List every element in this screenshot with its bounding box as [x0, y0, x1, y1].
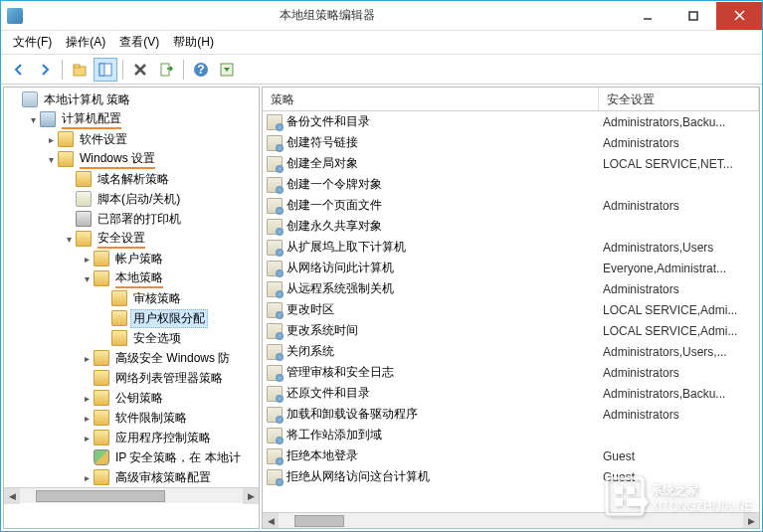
- policy-row[interactable]: 更改系统时间LOCAL SERVICE,Admi...: [263, 320, 759, 341]
- back-button[interactable]: [7, 58, 31, 82]
- tree-public-key[interactable]: ▸公钥策略: [4, 388, 259, 408]
- close-button[interactable]: [716, 2, 762, 30]
- policy-row[interactable]: 创建符号链接Administrators: [263, 132, 759, 153]
- policy-name: 拒绝从网络访问这台计算机: [286, 468, 603, 485]
- tree-printers[interactable]: 已部署的打印机: [4, 209, 259, 229]
- separator: [183, 60, 184, 80]
- maximize-button[interactable]: [670, 2, 716, 30]
- policy-security: Administrators: [603, 199, 759, 213]
- folder-icon: [111, 310, 127, 326]
- policy-row[interactable]: 创建一个令牌对象: [263, 174, 759, 195]
- expand-icon[interactable]: ▸: [80, 351, 94, 365]
- help-button[interactable]: ?: [189, 58, 213, 82]
- separator: [122, 60, 123, 80]
- policy-row[interactable]: 管理审核和安全日志Administrators: [263, 362, 759, 383]
- policy-row[interactable]: 关闭系统Administrators,Users,...: [263, 341, 759, 362]
- policy-row[interactable]: 将工作站添加到域: [263, 425, 759, 445]
- tree-label: IP 安全策略，在 本地计: [112, 448, 244, 467]
- expand-icon[interactable]: ▸: [80, 411, 94, 425]
- tree-scripts[interactable]: 脚本(启动/关机): [4, 189, 259, 209]
- policy-name: 拒绝本地登录: [286, 447, 603, 464]
- minimize-button[interactable]: [625, 2, 670, 30]
- list-body[interactable]: 备份文件和目录Administrators,Backu...创建符号链接Admi…: [263, 111, 759, 512]
- policy-icon: [267, 407, 283, 423]
- tree-windows-settings[interactable]: ▾Windows 设置: [4, 149, 259, 169]
- menubar: 文件(F) 操作(A) 查看(V) 帮助(H): [1, 31, 762, 55]
- filter-button[interactable]: [215, 58, 239, 82]
- policy-name: 更改系统时间: [286, 322, 603, 339]
- policy-row[interactable]: 更改时区LOCAL SERVICE,Admi...: [263, 299, 759, 320]
- folder-icon: [94, 350, 109, 366]
- expand-icon[interactable]: ▸: [44, 132, 58, 146]
- folder-icon: [94, 270, 109, 286]
- list-hscroll[interactable]: ◀▶: [263, 512, 759, 528]
- policy-row[interactable]: 拒绝从网络访问这台计算机Guest: [263, 466, 759, 487]
- tree-security-settings[interactable]: ▾安全设置: [4, 229, 259, 249]
- tree-hscroll[interactable]: ◀▶: [4, 487, 259, 503]
- policy-row[interactable]: 备份文件和目录Administrators,Backu...: [263, 111, 759, 132]
- policy-row[interactable]: 加载和卸载设备驱动程序Administrators: [263, 404, 759, 425]
- tree-ip-security[interactable]: IP 安全策略，在 本地计: [4, 447, 259, 467]
- policy-name: 从网络访问此计算机: [286, 260, 603, 276]
- policy-name: 将工作站添加到域: [286, 427, 603, 443]
- menu-view[interactable]: 查看(V): [113, 32, 165, 53]
- tree-label: 高级审核策略配置: [112, 468, 214, 487]
- computer-icon: [40, 111, 56, 127]
- tree-computer-config[interactable]: ▾计算机配置: [4, 109, 259, 129]
- show-hide-button[interactable]: [94, 58, 117, 82]
- tree-local-policy[interactable]: ▾本地策略: [4, 268, 259, 288]
- policy-row[interactable]: 拒绝本地登录Guest: [263, 445, 759, 466]
- app-icon: [7, 8, 23, 24]
- policy-row[interactable]: 从网络访问此计算机Everyone,Administrat...: [263, 258, 759, 278]
- policy-row[interactable]: 从远程系统强制关机Administrators: [263, 278, 759, 299]
- expand-icon[interactable]: ▸: [80, 431, 94, 444]
- tree-pane[interactable]: 本地计算机 策略▾计算机配置▸软件设置▾Windows 设置域名解析策略脚本(启…: [3, 87, 260, 529]
- policy-icon: [267, 156, 283, 172]
- tree-user-rights[interactable]: 用户权限分配: [4, 308, 259, 328]
- tree-label: 应用程序控制策略: [112, 429, 214, 447]
- column-policy[interactable]: 策略: [263, 88, 599, 110]
- expand-icon[interactable]: ▾: [62, 232, 76, 246]
- tree-advanced-audit[interactable]: ▸高级审核策略配置: [4, 467, 259, 487]
- policy-icon: [267, 302, 283, 318]
- up-button[interactable]: [68, 58, 92, 82]
- tree-software-settings[interactable]: ▸软件设置: [4, 129, 259, 149]
- folder-icon: [94, 390, 109, 406]
- tree-account-policy[interactable]: ▸帐户策略: [4, 249, 259, 268]
- forward-button[interactable]: [33, 58, 57, 82]
- expand-icon[interactable]: ▾: [80, 271, 94, 285]
- tree-app-control[interactable]: ▸应用程序控制策略: [4, 428, 259, 447]
- column-security[interactable]: 安全设置: [599, 88, 759, 110]
- expand-icon[interactable]: ▸: [80, 391, 94, 405]
- expand-icon[interactable]: ▸: [80, 470, 94, 484]
- tree-dns-policy[interactable]: 域名解析策略: [4, 169, 259, 189]
- policy-name: 还原文件和目录: [286, 385, 603, 402]
- policy-row[interactable]: 创建一个页面文件Administrators: [263, 195, 759, 216]
- tree-label: 高级安全 Windows 防: [112, 349, 233, 368]
- policy-row[interactable]: 从扩展坞上取下计算机Administrators,Users: [263, 237, 759, 258]
- policy-row[interactable]: 还原文件和目录Administrators,Backu...: [263, 383, 759, 404]
- policy-icon: [267, 198, 283, 214]
- tree-root[interactable]: 本地计算机 策略: [4, 89, 259, 109]
- expand-icon[interactable]: ▾: [44, 152, 58, 166]
- policy-security: LOCAL SERVICE,Admi...: [603, 324, 759, 338]
- tree-audit-policy[interactable]: 审核策略: [4, 288, 259, 308]
- tree-security-options[interactable]: 安全选项: [4, 328, 259, 348]
- tree-network-list[interactable]: 网络列表管理器策略: [4, 368, 259, 388]
- expand-icon[interactable]: ▾: [26, 112, 40, 126]
- menu-help[interactable]: 帮助(H): [167, 32, 220, 53]
- tree-software-restrict[interactable]: ▸软件限制策略: [4, 408, 259, 428]
- menu-action[interactable]: 操作(A): [60, 32, 111, 53]
- policy-row[interactable]: 创建全局对象LOCAL SERVICE,NET...: [263, 153, 759, 174]
- tree-label: 公钥策略: [112, 389, 166, 408]
- tree-advanced-firewall[interactable]: ▸高级安全 Windows 防: [4, 348, 259, 368]
- expand-icon[interactable]: ▸: [80, 252, 94, 266]
- folder-icon: [76, 171, 92, 187]
- delete-button[interactable]: [128, 58, 152, 82]
- export-button[interactable]: [154, 58, 178, 82]
- menu-file[interactable]: 文件(F): [7, 32, 58, 53]
- tree-label: 用户权限分配: [130, 309, 208, 328]
- policy-icon: [267, 177, 283, 193]
- policy-row[interactable]: 创建永久共享对象: [263, 216, 759, 237]
- policy-icon: [267, 219, 283, 235]
